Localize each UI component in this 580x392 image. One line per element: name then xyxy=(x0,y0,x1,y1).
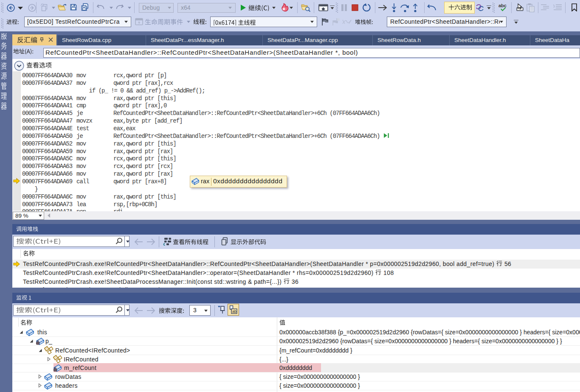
svg-text:ab: ab xyxy=(232,309,237,314)
svg-text:abc: abc xyxy=(498,3,507,8)
